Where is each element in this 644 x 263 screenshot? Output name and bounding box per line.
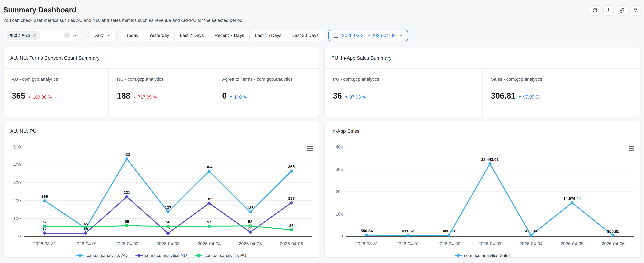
download-button[interactable] [604,5,614,16]
metric-agree-to-terms: Agree to Terms - com.gcp.analytics 0 ▼10… [214,69,319,117]
svg-text:18: 18 [84,227,88,231]
legend-marker-icon [195,253,202,258]
svg-text:30k: 30k [336,167,343,172]
chart-menu-icon[interactable] [307,146,313,151]
summary-cards-row: AU, NU, Terms Consent Count Summary AU -… [3,47,640,117]
legend-item-com.gcp.analytics-NU[interactable]: com.gcp.analytics-NU [136,253,187,258]
trend-down-icon: ▼ [518,95,521,99]
quick-range-last-7-days[interactable]: Last 7 Days [174,29,209,41]
quick-range-group: Today Yesterday Last 7 Days Recent 7 Day… [121,29,324,41]
filter-funnel-icon [633,8,638,13]
metric-au: AU - com.gcp.analytics 365 ▲168.38 % [4,69,108,117]
card-title: AU, NU, Terms Consent Count Summary [4,47,319,69]
svg-text:2026-04-01: 2026-04-01 [74,241,98,246]
svg-text:188: 188 [288,196,295,201]
svg-text:2026-04-04: 2026-04-04 [198,241,221,246]
app-select[interactable]: 애널리틱스 ✕ ✕ [3,29,81,41]
chevron-down-icon[interactable] [72,33,77,38]
legend-label: com.gcp.analytics-Sales [464,253,511,258]
svg-text:2026-04-02: 2026-04-02 [437,241,460,246]
page-toolbar [590,5,641,16]
metric-label: Sales - com.gcp.analytics [491,77,632,82]
page-subtitle: You can check user metrics such as AU an… [3,18,640,23]
svg-text:40k: 40k [336,144,343,150]
au-nu-pu-chart-card: AU, NU, PU 01002003004005002026-03-31202… [3,121,319,258]
metric-label: NU - com.gcp.analytics [117,77,206,82]
sales-summary-card: PU, In-App Sales Summary PU - com.gcp.an… [324,47,640,117]
svg-text:14,976.44: 14,976.44 [563,196,581,201]
svg-text:32,443.01: 32,443.01 [481,157,498,162]
quick-range-recent-7-days[interactable]: Recent 7 Days [209,29,250,41]
selected-app-tag: 애널리틱스 ✕ [6,31,40,39]
metrics-grid: AU - com.gcp.analytics 365 ▲168.38 % NU … [4,69,319,117]
metric-delta: ▲168.38 % [28,94,52,100]
metric-delta: ▼37.93 % [345,94,366,100]
legend-marker-icon [455,253,462,258]
delta-percent: 717.39 % [138,94,157,100]
svg-text:100: 100 [13,216,21,221]
metric-pu: PU - com.gcp.analytics 36 ▼37.93 % [325,69,482,117]
metric-sales: Sales - com.gcp.analytics 306.81 ▼97.95 … [482,69,640,117]
chart-menu-icon[interactable] [629,146,634,151]
chevron-down-icon [399,33,403,37]
clear-selection-icon[interactable]: ✕ [64,32,70,38]
svg-text:2026-04-05: 2026-04-05 [560,241,584,246]
refresh-button[interactable] [590,5,600,16]
svg-text:20k: 20k [336,189,343,194]
link-icon [619,8,625,13]
quick-range-today[interactable]: Today [121,29,144,41]
svg-text:136: 136 [247,206,254,210]
refresh-icon [592,8,598,13]
filter-button[interactable] [630,5,641,16]
svg-text:2026-04-05: 2026-04-05 [239,241,262,246]
legend-item-com.gcp.analytics-AU[interactable]: com.gcp.analytics-AU [76,253,127,258]
calendar-icon [334,33,339,38]
svg-text:221: 221 [124,190,130,195]
delta-percent: 37.93 % [350,94,366,100]
card-title: PU, In-App Sales Summary [325,47,640,69]
svg-text:10k: 10k [336,212,343,217]
delta-percent: 97.95 % [523,94,540,100]
svg-text:56: 56 [166,220,170,224]
svg-text:137: 137 [165,205,172,210]
in-app-sales-line-chart: 010k20k30k40k2026-03-312026-04-012026-04… [329,144,637,250]
metric-value: 188 [117,91,130,100]
chart-body: 01002003004005002026-03-312026-04-012026… [4,141,319,258]
metric-value: 306.81 [491,91,516,100]
svg-text:185: 185 [206,197,212,201]
legend-marker-icon [76,253,84,258]
svg-text:58: 58 [248,220,252,224]
svg-text:200: 200 [13,198,21,203]
quick-range-last-30-days[interactable]: Last 30 Days [286,29,324,41]
svg-text:36: 36 [289,224,294,228]
tag-remove-icon[interactable]: ✕ [33,33,37,38]
svg-text:300: 300 [13,180,21,185]
legend-item-com.gcp.analytics-PU[interactable]: com.gcp.analytics-PU [195,253,246,258]
chevron-down-icon [107,33,111,37]
legend-label: com.gcp.analytics-AU [86,253,127,258]
chart-title: In-App Sales [325,121,640,141]
granularity-select[interactable]: Daily [88,29,116,41]
svg-text:2026-04-01: 2026-04-01 [396,241,419,246]
metric-label: AU - com.gcp.analytics [12,77,100,82]
metric-delta: ▲717.39 % [133,94,157,100]
filter-divider [84,32,85,39]
svg-text:364: 364 [206,165,212,169]
page-header: Summary Dashboard You can check user met… [3,0,640,23]
quick-range-yesterday[interactable]: Yesterday [144,29,175,41]
metric-value: 365 [12,91,25,100]
svg-text:45: 45 [84,222,88,226]
metric-delta: ▼100 % [230,94,247,100]
share-link-button[interactable] [617,5,627,16]
svg-text:433.94: 433.94 [525,229,537,233]
quick-range-last-15-days[interactable]: Last 15 Days [250,29,287,41]
legend-item-com.gcp.analytics-Sales[interactable]: com.gcp.analytics-Sales [455,253,511,258]
svg-text:431.52: 431.52 [402,229,414,233]
svg-text:365: 365 [288,165,295,169]
delta-percent: 168.38 % [33,94,52,100]
svg-text:433: 433 [124,152,130,157]
svg-text:2026-04-02: 2026-04-02 [115,241,138,246]
date-range-picker[interactable]: 2026-03-31 ~ 2026-04-06 [328,29,408,41]
legend-marker-icon [136,253,143,258]
metric-label: Agree to Terms - com.gcp.analytics [222,77,311,82]
